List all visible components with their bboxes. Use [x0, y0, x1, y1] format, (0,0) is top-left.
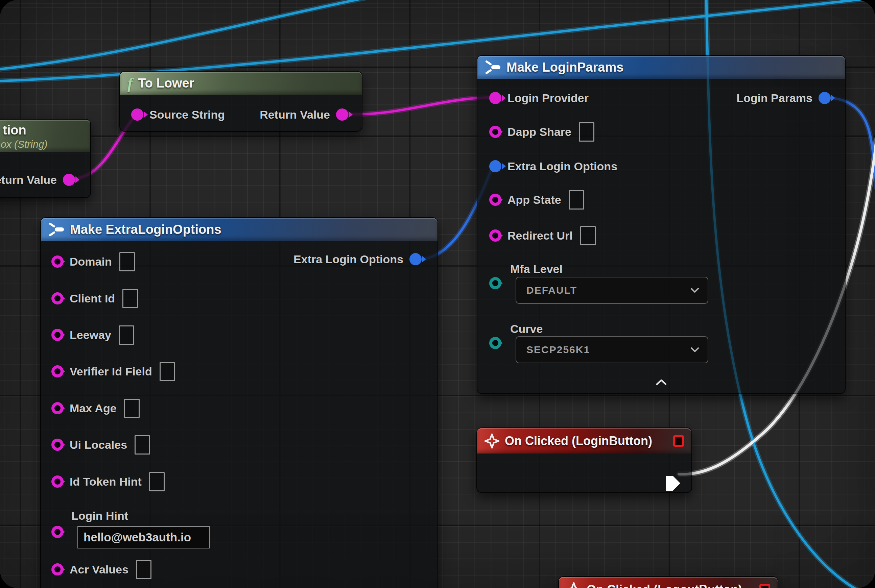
event-icon	[484, 434, 499, 448]
node-header[interactable]: Make LoginParams	[477, 56, 845, 79]
node-title-fragment: tion	[3, 123, 26, 138]
ui-locales-checkbox[interactable]	[135, 435, 150, 454]
pin-mfa-level[interactable]	[489, 277, 501, 289]
make-struct-icon	[48, 222, 65, 237]
pin-label: Ui Locales	[70, 438, 127, 452]
node-title: Make ExtraLoginOptions	[70, 222, 221, 237]
pin-login-hint[interactable]	[51, 526, 63, 538]
pin-dapp-share[interactable]	[489, 126, 501, 138]
pin-app-state[interactable]	[489, 194, 501, 206]
pin-row-login-params-out: Login Params	[477, 89, 831, 107]
pin-row-client-id: Client Id	[51, 289, 138, 308]
pin-label: Extra Login Options	[293, 253, 403, 266]
pin-extra-login-options-out[interactable]	[409, 253, 422, 265]
verifier-id-field-checkbox[interactable]	[159, 362, 175, 381]
function-icon: f	[128, 74, 132, 92]
pin-row-extra-login-options-out: Extra Login Options	[41, 250, 422, 268]
collapse-node-button[interactable]	[656, 380, 666, 386]
pin-row-app-state: App State	[489, 190, 584, 209]
pin-row-max-age: Max Age	[51, 399, 140, 417]
login-hint-label: Login Hint	[71, 509, 128, 522]
pin-client-id[interactable]	[51, 292, 63, 304]
max-age-checkbox[interactable]	[124, 399, 140, 418]
pin-row-ui-locales: Ui Locales	[51, 436, 150, 454]
pin-label: Verifier Id Field	[70, 365, 152, 378]
node-header[interactable]: On Clicked (LoginButton)	[477, 428, 692, 453]
pin-row-return-value: Return Value	[0, 171, 75, 189]
node-header[interactable]: Make ExtraLoginOptions	[41, 218, 438, 241]
pin-row-verifier-id-field: Verifier Id Field	[51, 362, 175, 381]
mfa-level-dropdown[interactable]: DEFAULT	[516, 277, 708, 304]
node-on-clicked-logout-button[interactable]: On Clicked (LogoutButton)	[558, 576, 778, 588]
pin-curve[interactable]	[489, 337, 501, 349]
login-hint-input[interactable]: hello@web3auth.io	[77, 526, 210, 549]
pin-return-value[interactable]	[336, 108, 348, 121]
pin-label: Login Params	[737, 92, 812, 105]
pin-redirect-url[interactable]	[489, 230, 501, 242]
curve-label: Curve	[510, 322, 543, 336]
pin-max-age[interactable]	[51, 402, 63, 414]
pin-row-return-value: Return Value	[120, 105, 348, 124]
pin-acr-values[interactable]	[51, 563, 63, 576]
make-struct-icon	[485, 60, 501, 75]
event-icon	[566, 582, 581, 588]
curve-dropdown[interactable]: SECP256K1	[516, 336, 708, 363]
pin-row-dapp-share: Dapp Share	[489, 123, 594, 141]
pin-row-mfa-level	[489, 274, 501, 292]
node-title: Make LoginParams	[507, 60, 624, 75]
pin-row-extra-login-options-in: Extra Login Options	[489, 157, 617, 176]
chevron-down-icon	[691, 288, 699, 292]
node-header[interactable]: tion ox (String)	[0, 120, 90, 152]
dapp-share-checkbox[interactable]	[579, 122, 594, 142]
graph-canvas[interactable]: tion ox (String) Return Value f To Lower…	[0, 0, 875, 588]
pin-label: App State	[508, 193, 561, 207]
node-to-lower[interactable]: f To Lower Source String Return Value	[119, 71, 362, 132]
pin-extra-login-options-in[interactable]	[489, 160, 501, 172]
pin-label: Return Value	[0, 173, 57, 186]
pin-label: Acr Values	[70, 563, 128, 576]
pin-label: Max Age	[70, 402, 117, 415]
pin-ui-locales[interactable]	[51, 439, 63, 451]
pin-leeway[interactable]	[51, 329, 63, 341]
pin-row-redirect-url: Redirect Url	[489, 226, 596, 244]
pin-row-login-hint	[51, 523, 63, 541]
pin-row-curve	[489, 334, 501, 352]
node-on-clicked-login-button[interactable]: On Clicked (LoginButton)	[477, 428, 692, 493]
pin-return-value[interactable]	[63, 174, 75, 186]
pin-label: Return Value	[260, 108, 330, 122]
node-header[interactable]: On Clicked (LogoutButton)	[559, 577, 777, 588]
chevron-up-icon	[656, 380, 666, 385]
chevron-down-icon	[691, 347, 699, 352]
pin-label: Extra Login Options	[508, 160, 617, 173]
node-make-login-params[interactable]: Make LoginParams Login Provider Dapp Sha…	[477, 55, 846, 394]
app-state-checkbox[interactable]	[569, 190, 584, 210]
dropdown-value: SECP256K1	[526, 344, 590, 356]
pin-row-id-token-hint: Id Token Hint	[51, 472, 165, 490]
client-id-checkbox[interactable]	[122, 289, 138, 308]
pin-label: Client Id	[70, 292, 115, 305]
pin-verifier-id-field[interactable]	[51, 365, 63, 378]
pin-label: Redirect Url	[508, 229, 573, 242]
node-make-extra-login-options[interactable]: Make ExtraLoginOptions Domain Client Id …	[40, 217, 438, 588]
exec-pin-out[interactable]	[666, 475, 681, 491]
redirect-url-checkbox[interactable]	[580, 226, 596, 245]
node-header[interactable]: f To Lower	[120, 72, 362, 94]
pin-row-leeway: Leeway	[51, 326, 134, 344]
bound-event-icon[interactable]	[673, 435, 684, 447]
pin-label: Dapp Share	[508, 125, 571, 138]
node-title: On Clicked (LoginButton)	[505, 434, 652, 448]
pin-id-token-hint[interactable]	[51, 476, 63, 488]
node-title: To Lower	[138, 76, 194, 91]
dropdown-value: DEFAULT	[526, 285, 577, 296]
pin-row-acr-values: Acr Values	[51, 560, 152, 579]
bound-event-icon[interactable]	[759, 584, 770, 588]
blueprint-editor: tion ox (String) Return Value f To Lower…	[0, 0, 875, 588]
acr-values-checkbox[interactable]	[136, 560, 152, 579]
id-token-hint-checkbox[interactable]	[149, 472, 165, 491]
pin-label: Id Token Hint	[70, 475, 142, 488]
node-get-text-partial[interactable]: tion ox (String) Return Value	[0, 119, 91, 198]
leeway-checkbox[interactable]	[119, 326, 134, 345]
pin-login-params-out[interactable]	[819, 92, 831, 104]
node-title: On Clicked (LogoutButton)	[586, 583, 742, 588]
mfa-level-label: Mfa Level	[510, 262, 562, 276]
